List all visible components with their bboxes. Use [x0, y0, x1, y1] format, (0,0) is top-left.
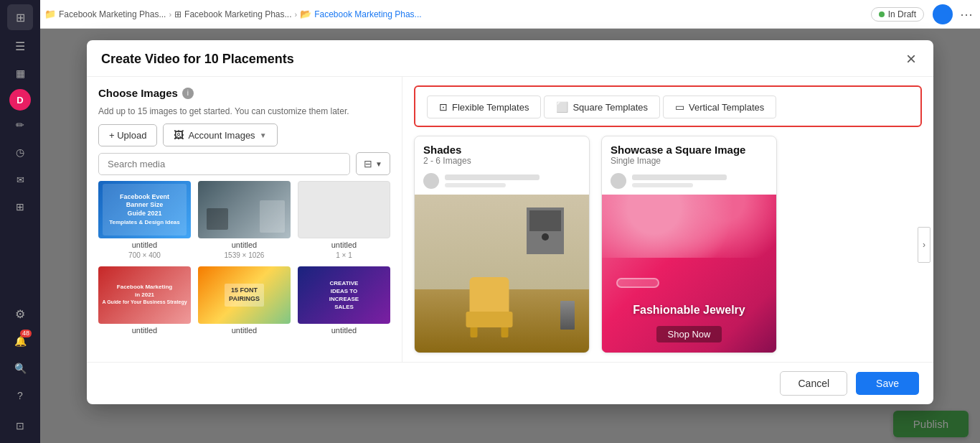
info-icon: i	[182, 88, 194, 99]
showcase-card-header: Showcase a Square Image Single Image	[602, 136, 776, 170]
image-thumb-2[interactable]: untitled 1539 × 1026	[198, 181, 291, 259]
modal-body: Choose Images i Add up to 15 images to g…	[87, 77, 933, 362]
shades-line-2	[445, 183, 506, 187]
image-preview-1: Facebook EventBanner SizeGuide 2021Templ…	[98, 181, 191, 238]
breadcrumb-3-label: Facebook Marketing Phas...	[314, 9, 421, 19]
search-input[interactable]	[98, 153, 350, 175]
templates-content: Shades 2 - 6 Images	[402, 127, 933, 362]
image-label-4: untitled	[98, 326, 191, 335]
showcase-line-1	[632, 174, 727, 180]
status-badge: In Draft	[871, 7, 924, 22]
cancel-button[interactable]: Cancel	[780, 371, 847, 396]
image-thumb-6[interactable]: CREATIVEIDEAS TOINCREASESALES untitled	[298, 266, 390, 337]
account-images-icon: 🖼	[174, 129, 184, 141]
tab-square-templates[interactable]: ⬜ Square Templates	[544, 95, 660, 118]
modal: Create Video for 10 Placements × Choose …	[87, 40, 933, 404]
showcase-image-preview: Fashionable Jewelry Shop Now	[602, 195, 776, 353]
square-tab-label: Square Templates	[573, 102, 648, 113]
upload-button[interactable]: + Upload	[98, 124, 157, 146]
breadcrumb-sep-1: ›	[169, 10, 171, 19]
sidebar: ⊞ ☰ ▦ D ✏ ◷ ✉ ⊞ ⚙ 🔔 48 🔍 ? ⊡	[0, 0, 40, 443]
scroll-right[interactable]: ›	[918, 227, 930, 263]
breadcrumb-1[interactable]: 📁 Facebook Marketing Phas...	[44, 9, 166, 19]
choose-images-title: Choose Images	[98, 87, 178, 99]
left-panel: Choose Images i Add up to 15 images to g…	[87, 77, 402, 362]
shades-line-1	[445, 174, 540, 180]
tab-flexible-templates[interactable]: ⊡ Flexible Templates	[427, 95, 541, 118]
user-avatar[interactable]	[933, 4, 953, 24]
sidebar-item-apps[interactable]: ⊞	[7, 194, 33, 220]
choose-images-subtitle: Add up to 15 images to get started. You …	[98, 105, 390, 118]
account-images-label: Account Images	[188, 130, 255, 141]
shades-title: Shades	[423, 144, 580, 156]
image-thumb-3[interactable]: untitled 1 × 1	[298, 181, 390, 259]
flexible-tab-label: Flexible Templates	[452, 102, 529, 113]
filter-chevron: ▼	[375, 160, 382, 168]
image-size-3: 1 × 1	[298, 251, 390, 259]
templates-tabs-container: ⊡ Flexible Templates ⬜ Square Templates …	[414, 85, 922, 127]
sidebar-avatar[interactable]: D	[9, 89, 31, 111]
image-preview-6: CREATIVEIDEAS TOINCREASESALES	[298, 266, 390, 324]
image-label-6: untitled	[298, 326, 390, 335]
shades-avatar-placeholder	[423, 173, 439, 189]
image-label-5: untitled	[198, 326, 291, 335]
breadcrumb-3[interactable]: 📂 Facebook Marketing Phas...	[300, 9, 421, 19]
sidebar-item-edit[interactable]: ✏	[7, 112, 33, 138]
image-preview-4: Facebook Marketingin 2021A Guide for You…	[98, 266, 191, 324]
filter-icon: ⊟	[364, 158, 372, 169]
image-thumb-4[interactable]: Facebook Marketingin 2021A Guide for You…	[98, 266, 191, 337]
sidebar-item-notifications[interactable]: 🔔 48	[7, 328, 33, 354]
tab-vertical-templates[interactable]: ▭ Vertical Templates	[663, 95, 776, 118]
shades-subtitle: 2 - 6 Images	[423, 156, 580, 166]
filter-button[interactable]: ⊟ ▼	[356, 152, 390, 175]
image-preview-2	[198, 181, 291, 238]
modal-footer: Cancel Save	[87, 362, 933, 404]
sidebar-item-menu[interactable]: ☰	[7, 33, 33, 59]
sidebar-item-share[interactable]: ⊡	[7, 413, 33, 439]
sidebar-item-clock[interactable]: ◷	[7, 139, 33, 165]
breadcrumb-sep-2: ›	[295, 10, 298, 19]
more-button[interactable]: ⋯	[960, 6, 973, 22]
account-images-button[interactable]: 🖼 Account Images ▼	[163, 123, 277, 146]
flexible-icon: ⊡	[439, 101, 448, 113]
showcase-line-2	[632, 183, 693, 187]
notification-badge: 48	[20, 330, 32, 337]
breadcrumb-2[interactable]: ⊞ Facebook Marketing Phas...	[174, 9, 291, 19]
save-button[interactable]: Save	[856, 372, 919, 395]
shades-preview-header	[415, 170, 589, 195]
search-row: ⊟ ▼	[98, 152, 390, 175]
image-preview-5: 15 FONTPAIRINGS	[198, 266, 291, 324]
showcase-subtitle: Single Image	[611, 156, 768, 166]
image-size-1: 700 × 400	[98, 251, 191, 259]
image-label-2: untitled	[198, 241, 291, 249]
modal-overlay: Create Video for 10 Placements × Choose …	[40, 29, 980, 443]
folder-icon-1: 📁	[44, 9, 56, 19]
choose-images-heading: Choose Images i	[98, 87, 390, 99]
template-card-showcase[interactable]: Showcase a Square Image Single Image	[601, 136, 777, 353]
showcase-title: Showcase a Square Image	[611, 144, 768, 156]
sidebar-item-chart[interactable]: ▦	[7, 60, 33, 86]
image-grid: Facebook EventBanner SizeGuide 2021Templ…	[98, 181, 390, 337]
square-icon: ⬜	[556, 101, 568, 113]
template-card-shades[interactable]: Shades 2 - 6 Images	[414, 136, 590, 353]
sidebar-item-home[interactable]: ⊞	[7, 4, 33, 30]
image-thumb-1[interactable]: Facebook EventBanner SizeGuide 2021Templ…	[98, 181, 191, 259]
image-label-3: untitled	[298, 241, 390, 249]
image-thumb-5[interactable]: 15 FONTPAIRINGS untitled	[198, 266, 291, 337]
vertical-icon: ▭	[675, 101, 684, 113]
account-images-chevron: ▼	[260, 131, 267, 139]
sidebar-item-help[interactable]: ?	[7, 383, 33, 409]
sidebar-item-email[interactable]: ✉	[7, 167, 33, 192]
modal-close-button[interactable]: ×	[903, 50, 919, 67]
grid-icon-2: ⊞	[174, 9, 182, 19]
jewelry-shop-now: Shop Now	[668, 329, 711, 340]
breadcrumb-2-label: Facebook Marketing Phas...	[184, 9, 291, 19]
folder-icon-3: 📂	[300, 9, 311, 19]
modal-title: Create Video for 10 Placements	[101, 52, 294, 67]
sidebar-item-settings[interactable]: ⚙	[7, 301, 33, 327]
vertical-tab-label: Vertical Templates	[689, 102, 764, 113]
shades-card-header: Shades 2 - 6 Images	[415, 136, 589, 170]
sidebar-item-search[interactable]: 🔍	[7, 355, 33, 381]
image-size-2: 1539 × 1026	[198, 251, 291, 259]
showcase-avatar-placeholder	[611, 173, 626, 189]
